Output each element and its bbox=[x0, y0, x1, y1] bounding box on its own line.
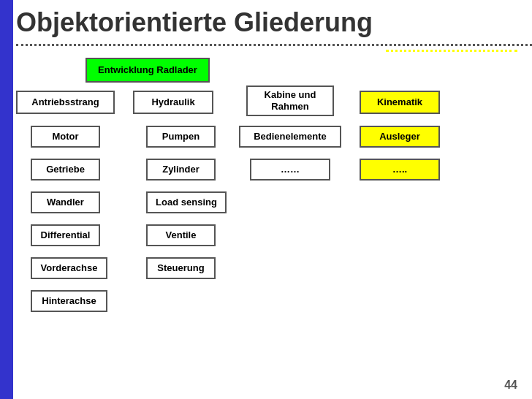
box-dots2: ….. bbox=[360, 159, 440, 180]
box-steuerung: Steuerung bbox=[146, 257, 216, 279]
separator bbox=[16, 44, 532, 46]
yellow-dotted-line bbox=[386, 50, 517, 52]
box-vorderachse: Vorderachse bbox=[31, 257, 107, 279]
box-loadsensing: Load sensing bbox=[146, 191, 227, 213]
box-hinterachse: Hinterachse bbox=[31, 290, 107, 312]
box-ventile: Ventile bbox=[146, 224, 216, 246]
box-kabine: Kabine undRahmen bbox=[246, 86, 334, 116]
box-pumpen: Pumpen bbox=[146, 126, 216, 148]
box-motor: Motor bbox=[31, 126, 100, 148]
box-wandler: Wandler bbox=[31, 191, 100, 213]
page-number: 44 bbox=[504, 379, 517, 392]
box-ausleger: Ausleger bbox=[360, 126, 440, 148]
box-bedienelemente: Bedienelemente bbox=[239, 126, 341, 148]
box-entwicklung: Entwicklung Radlader bbox=[86, 58, 210, 83]
main-content: Objektorientierte Gliederung Entwicklung… bbox=[16, 0, 532, 46]
box-kinematik: Kinematik bbox=[360, 91, 440, 114]
box-antriebsstrang: Antriebsstrang bbox=[16, 91, 115, 114]
box-getriebe: Getriebe bbox=[31, 159, 100, 180]
box-zylinder: Zylinder bbox=[146, 159, 216, 180]
page-title: Objektorientierte Gliederung bbox=[16, 7, 532, 38]
box-hydraulik: Hydraulik bbox=[133, 91, 213, 114]
left-bar bbox=[0, 0, 13, 399]
box-dots1: …… bbox=[250, 159, 330, 180]
box-differential: Differential bbox=[31, 224, 100, 246]
